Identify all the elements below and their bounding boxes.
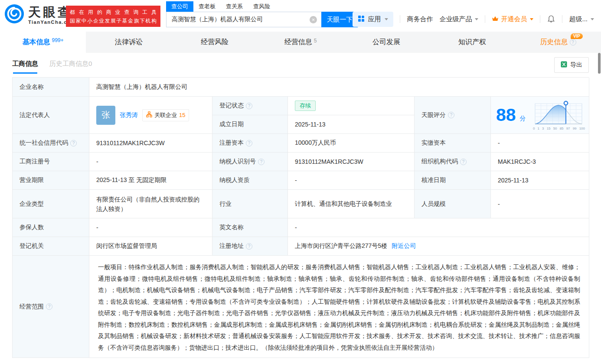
reg-capital-value: 10000万人民币 [288,134,415,153]
score-value: 88 [496,106,516,124]
business-term-value: 2025-11-13 至 无固定期限 [89,171,212,190]
reg-status-label: 登记状态 [212,97,288,115]
reg-authority-label: 登记机关 [13,237,89,256]
credit-code-label: 统一社会信用代码 [13,134,89,153]
nav-open-vip[interactable]: 开通会员 [492,15,533,23]
help-icon[interactable] [246,103,252,109]
score-chart: 01 315 5085 9799 100 [532,100,585,130]
legal-rep-label: 法定代表人 [13,97,89,134]
help-icon[interactable] [246,243,252,250]
tab-intellectual-property[interactable]: 知识产权 [429,32,515,53]
insured-label: 参保人数 [13,218,89,237]
apps-menu[interactable]: 应用 [353,12,393,27]
clear-icon[interactable] [310,16,317,23]
tab-basic-info[interactable]: 基本信息 999+ [0,32,86,53]
credit-code-value: 91310112MAK1RCJC3W [89,134,212,153]
company-type-value: 有限责任公司（非自然人投资或控股的法人独资） [89,190,212,218]
help-icon[interactable] [70,140,77,146]
score-chart-axis: 01 315 5085 9799 100 [532,127,585,130]
help-icon[interactable] [258,159,265,165]
reg-capital-label: 注册资本 [212,134,288,153]
subtab-history-business-info[interactable]: 历史工商信息0 [49,60,92,68]
subtab-business-info[interactable]: 工商信息 [12,60,38,68]
taxpayer-quality-label: 纳税人资质 [212,171,288,190]
legal-rep-link[interactable]: 张秀涛 [120,111,138,119]
insured-value: - [89,218,212,237]
established-label: 成立日期 [212,115,288,134]
tab-label: 知识产权 [458,38,486,47]
tab-label: 历史信息 [540,38,568,47]
search-tab-risk[interactable]: 查风险 [248,1,275,12]
apps-grid-icon [358,15,365,23]
score-unit: 分 [520,115,526,123]
nearby-companies-link[interactable]: 附近公司 [392,242,416,250]
help-icon[interactable] [246,140,252,146]
divider [540,15,540,23]
subtab-row: 工商信息 历史工商信息0 导出 [12,53,589,77]
english-name-value: - [288,218,589,237]
business-info-table: 企业名称 高测智慧（上海）机器人有限公司 法定代表人 张 张秀涛 关联企业 [12,77,589,358]
tab-operating-info[interactable]: 经营信息 5 [258,32,343,53]
export-label: 导出 [570,61,582,69]
help-icon[interactable] [46,303,52,310]
taxpayer-quality-value: - [288,171,415,190]
industry-value: 计算机、通信和其他电子设备制造业 [288,190,415,218]
industry-label: 行业 [212,190,288,218]
bell-icon [547,14,555,24]
search-tab-boss[interactable]: 查老板 [193,1,221,12]
main-tab-bar: 基本信息 999+ 法律诉讼 经营风险 经营信息 5 公司发展 知识产权 历史信… [0,32,601,53]
super-label: 超级... [569,15,588,23]
org-code-label: 组织机构代码 [415,153,491,171]
tab-company-development[interactable]: 公司发展 [343,32,429,53]
nav-enterprise-products[interactable]: 企业级产品 [439,15,478,23]
company-name-value: 高测智慧（上海）机器人有限公司 [89,78,589,97]
nav-super-vip[interactable]: 超级... [569,15,594,23]
business-term-label: 营业期限 [13,171,89,190]
tianyancha-logo-icon [4,4,24,26]
reg-status-value: 存续 [288,97,415,115]
company-type-label: 企业类型 [13,190,89,218]
business-scope-label: 经营范围 [13,256,89,358]
tab-operating-risk[interactable]: 经营风险 [172,32,258,53]
search-tab-company[interactable]: 查公司 [166,1,193,12]
help-icon[interactable] [460,159,467,165]
approval-date-label: 核准日期 [415,171,491,190]
reg-number-label: 工商注册号 [13,153,89,171]
divider [485,15,485,23]
help-icon[interactable] [448,112,454,118]
score-label: 天眼评分 [415,97,491,134]
help-icon[interactable] [570,39,576,46]
related-companies-badge[interactable]: 关联企业 15 [142,109,189,121]
scrollbar-thumb[interactable] [598,53,601,74]
enterprise-label: 企业级产品 [439,15,472,23]
chevron-down-icon [591,18,594,20]
address-value: 上海市闵行区沪青平公路277号5楼 附近公司 [288,237,589,256]
english-name-label: 英文名称 [212,218,288,237]
vip-badge: VIP [571,33,583,39]
approval-date-value: 2025-11-13 [491,171,589,190]
staff-size-label: 人员规模 [415,190,491,218]
notifications-bell[interactable] [547,14,555,24]
tab-label: 法律诉讼 [115,38,143,47]
tab-history-info[interactable]: 历史信息 VIP [515,32,601,53]
org-code-value: MAK1RCJC-3 [491,153,589,171]
avatar[interactable]: 张 [96,106,115,125]
search-tab-relation[interactable]: 查关系 [221,1,248,12]
tab-count: 5 [314,38,317,44]
legal-rep-cell: 张 张秀涛 关联企业 15 [89,97,212,134]
banner-line1: 都在用的商业查询工具 [70,8,157,16]
chevron-down-icon [475,18,478,20]
staff-size-value: - [491,190,589,218]
nav-business-cooperation[interactable]: 商务合作 [407,15,433,23]
related-count: 15 [179,112,185,118]
tab-label: 公司发展 [372,38,400,47]
excel-icon [561,61,567,69]
export-button[interactable]: 导出 [554,57,589,73]
paid-capital-label: 实缴资本 [415,134,491,153]
search-input[interactable] [172,16,310,23]
brand-logo[interactable]: 天眼查 TianYanCha.com [4,4,75,26]
company-name-label: 企业名称 [13,78,89,97]
tab-legal-proceedings[interactable]: 法律诉讼 [86,32,172,53]
chevron-down-icon [385,18,388,20]
established-value: 2025-11-13 [288,115,415,134]
